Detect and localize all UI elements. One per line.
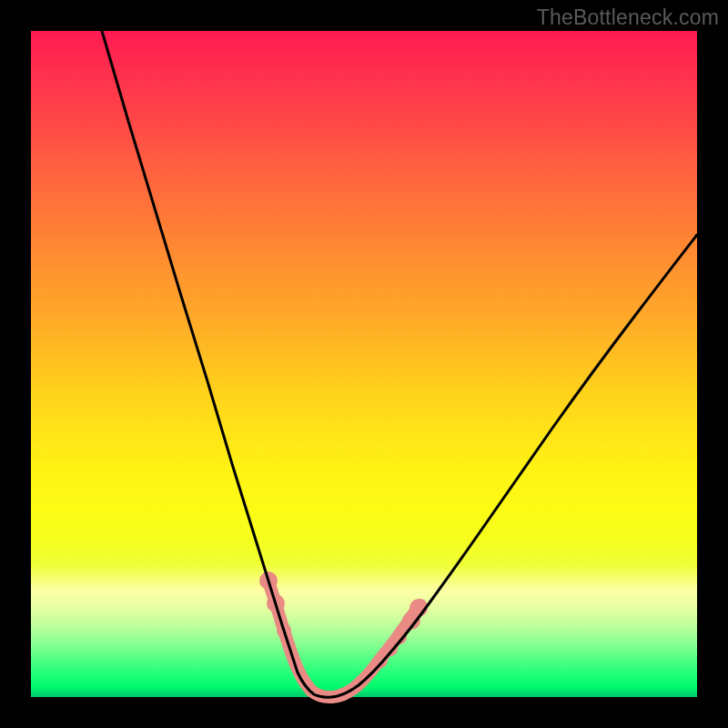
curve-layer	[31, 31, 697, 697]
watermark-text: TheBottleneck.com	[537, 5, 719, 30]
chart-frame: TheBottleneck.com	[0, 0, 728, 728]
black-v-curve	[102, 31, 697, 697]
